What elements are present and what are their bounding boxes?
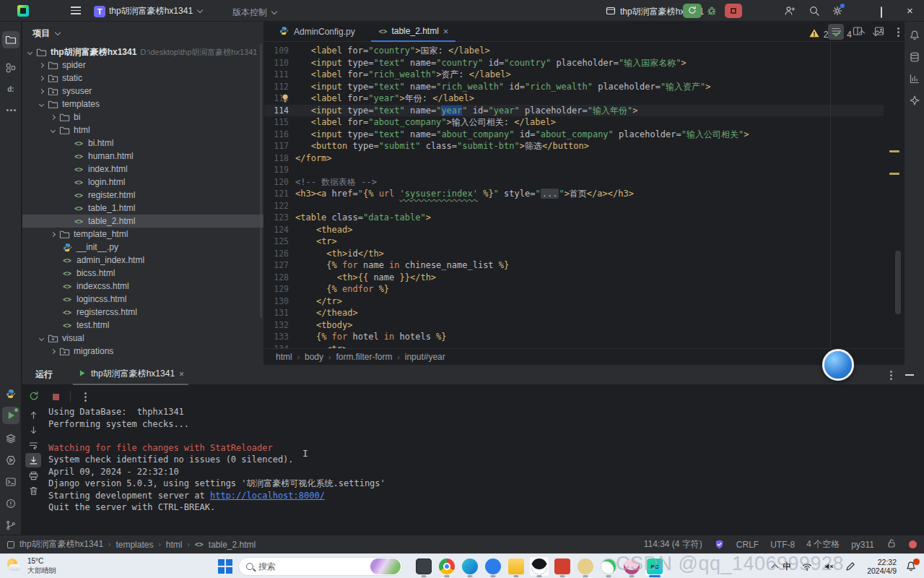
editor-tab-table_2.html[interactable]: <>table_2.html× <box>371 22 456 42</box>
tree-item-register.html[interactable]: <>register.html <box>22 189 263 202</box>
warning-mark[interactable] <box>889 150 899 152</box>
editor-scrollbar[interactable] <box>895 251 901 314</box>
taskbar-app-netdisk[interactable] <box>483 556 503 577</box>
taskbar-app-edge[interactable] <box>460 556 480 577</box>
chevron-right-icon[interactable] <box>39 62 44 67</box>
chevron-right-icon[interactable] <box>39 75 44 80</box>
django-tool-icon[interactable]: d: <box>2 80 19 98</box>
scroll-to-end-icon[interactable] <box>25 453 41 467</box>
kebab-icon[interactable] <box>890 374 892 376</box>
project-scrollbar[interactable] <box>260 43 262 318</box>
statistics-icon[interactable] <box>906 70 923 87</box>
tree-item-migrations[interactable]: migrations <box>22 345 263 358</box>
tree-item-bi.html[interactable]: <>bi.html <box>22 137 263 150</box>
notification-dot[interactable] <box>909 540 917 548</box>
status-crumb-templates[interactable]: templates <box>116 540 153 550</box>
debug-button[interactable] <box>706 5 718 19</box>
tree-item-registercss.html[interactable]: <>registercss.html <box>22 306 263 319</box>
tree-item-login.html[interactable]: <>login.html <box>22 176 263 189</box>
taskbar-app-game[interactable] <box>575 556 596 577</box>
tree-item-human.html[interactable]: <>human.html <box>22 150 263 163</box>
terminal-icon[interactable] <box>2 473 19 491</box>
status-crumb-thp胡润富豪榜hx1341[interactable]: thp胡润富豪榜hx1341 <box>19 538 103 551</box>
breadcrumb-body[interactable]: body <box>305 352 323 362</box>
hide-panel-icon[interactable] <box>905 374 914 376</box>
taskbar-app-chrome[interactable] <box>437 556 457 577</box>
tree-item-table_1.html[interactable]: <>table_1.html <box>22 202 263 215</box>
tree-item-template_html[interactable]: template_html <box>22 228 263 241</box>
stop-button[interactable] <box>48 389 63 404</box>
close-icon[interactable]: × <box>179 369 184 379</box>
warning-mark[interactable] <box>889 173 899 175</box>
tree-item-sysuser[interactable]: sysuser <box>22 85 263 98</box>
status-breadcrumbs[interactable]: thp胡润富豪榜hx1341›templates›html›<>table_2.… <box>7 538 256 551</box>
lock-icon[interactable] <box>886 538 897 551</box>
tree-item-test.html[interactable]: <>test.html <box>22 319 263 332</box>
run-tool-icon[interactable] <box>2 407 19 424</box>
settings-button[interactable] <box>832 5 843 19</box>
weather-widget[interactable]: 15°C 大部晴朗 <box>6 556 56 575</box>
chevron-right-icon[interactable] <box>39 88 44 93</box>
start-button[interactable] <box>218 559 232 574</box>
breadcrumb-html[interactable]: html <box>276 352 292 362</box>
close-button[interactable]: × <box>907 5 913 16</box>
tree-item-spider[interactable]: spider <box>22 59 263 72</box>
chevron-down-icon[interactable] <box>51 127 56 132</box>
taskbar-app-dark-app[interactable] <box>414 556 434 577</box>
inspections-widget[interactable]: 2 4 <box>808 27 878 41</box>
search-everywhere-button[interactable] <box>808 5 820 19</box>
services-icon[interactable] <box>2 430 19 447</box>
tree-item-html[interactable]: html <box>22 124 263 137</box>
code-with-me-button[interactable] <box>784 5 796 19</box>
notifications-icon[interactable] <box>906 27 923 44</box>
tree-item-thphx1341[interactable]: thp胡润富豪榜hx1341D:\desktop\thp胡润富豪榜hx1341 <box>22 46 263 59</box>
close-icon[interactable]: × <box>443 26 449 37</box>
scroll-up-icon[interactable] <box>25 407 41 422</box>
chevron-down-icon[interactable] <box>39 335 44 340</box>
tree-item-bi[interactable]: bi <box>22 111 263 124</box>
tree-item-index.html[interactable]: <>index.html <box>22 163 263 176</box>
next-problem-icon[interactable] <box>873 30 879 36</box>
database-icon[interactable] <box>906 48 923 66</box>
tree-item-static[interactable]: static <box>22 72 263 85</box>
taskbar-clock[interactable]: 22:32 2024/4/9 <box>867 558 897 575</box>
code-editor[interactable]: 109 <label for="country">国家: </label>110… <box>264 42 884 348</box>
python-packages-icon[interactable] <box>2 452 19 469</box>
editor-tab-AdminConfig.py[interactable]: AdminConfig.py <box>271 22 362 42</box>
tree-item-__init__.py[interactable]: __init__.py <box>22 241 263 254</box>
line-ending[interactable]: CRLF <box>736 540 759 550</box>
pen-icon[interactable] <box>845 561 856 572</box>
more-button[interactable] <box>78 389 92 404</box>
tree-item-visual[interactable]: visual <box>22 332 263 345</box>
shield-icon[interactable] <box>714 539 725 550</box>
maximize-button[interactable] <box>881 7 882 17</box>
tree-item-table_2.html[interactable]: <>table_2.html <box>22 215 263 228</box>
vcs-widget[interactable]: 版本控制 <box>232 7 276 19</box>
stop-button[interactable] <box>725 4 742 18</box>
problems-icon[interactable] <box>2 495 19 512</box>
taskbar-search[interactable]: 搜索 <box>238 557 403 576</box>
status-crumb-html[interactable]: html <box>166 540 183 550</box>
version-control-icon[interactable] <box>2 517 19 534</box>
interpreter[interactable]: py311 <box>851 540 874 550</box>
more-tool-windows-icon[interactable] <box>2 101 19 118</box>
project-widget[interactable]: T thp胡润富豪榜hx1341 <box>94 5 202 17</box>
status-crumb-table_2.html[interactable]: table_2.html <box>209 540 256 550</box>
prev-problem-icon[interactable] <box>859 30 865 36</box>
tree-item-templates[interactable]: templates <box>22 98 263 111</box>
taskbar-app-mail[interactable] <box>552 556 572 577</box>
clear-console-icon[interactable] <box>25 483 41 498</box>
breadcrumb-input#year[interactable]: input#year <box>405 352 445 362</box>
project-icon[interactable] <box>2 31 19 48</box>
console-link[interactable]: http://localhost:8000/ <box>210 491 325 501</box>
tree-item-indexcss.html[interactable]: <>indexcss.html <box>22 280 263 293</box>
breadcrumb-form.filter-form[interactable]: form.filter-form <box>336 352 392 362</box>
soft-wrap-icon[interactable] <box>25 438 41 452</box>
chevron-right-icon[interactable] <box>51 348 56 353</box>
tree-item-admin_index.html[interactable]: <>admin_index.html <box>22 254 263 267</box>
caret-position[interactable]: 114:34 (4 字符) <box>644 538 702 551</box>
kebab-icon[interactable] <box>897 31 899 33</box>
taskbar-app-file-explorer[interactable] <box>506 556 526 577</box>
chevron-down-icon[interactable] <box>27 49 32 54</box>
rerun-button[interactable] <box>683 4 702 18</box>
